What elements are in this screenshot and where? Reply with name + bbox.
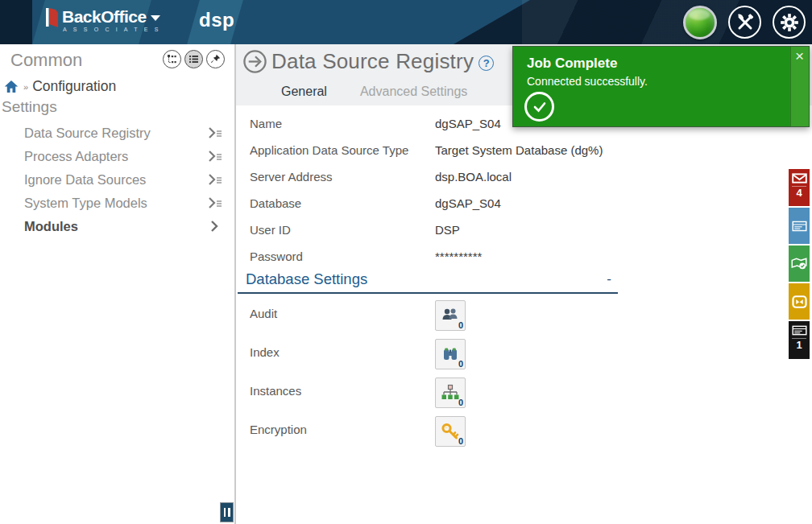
sidebar-item-modules[interactable]: Modules: [0, 215, 234, 238]
mail-badge: 4: [796, 187, 802, 200]
field-name-value[interactable]: dgSAP_S04: [435, 117, 501, 130]
list-view-icon[interactable]: [184, 50, 203, 68]
form-fields: Name dgSAP_S04 Application Data Source T…: [236, 110, 623, 270]
help-icon[interactable]: ?: [478, 56, 494, 71]
field-password: Password **********: [236, 243, 623, 270]
sidebar-item-process-adapters[interactable]: Process Adapters: [0, 145, 234, 168]
card-icon: [792, 325, 807, 336]
red-flag-logo-icon: [45, 7, 59, 29]
tab-advanced-settings[interactable]: Advanced Settings: [358, 82, 469, 101]
pin-icon[interactable]: [206, 50, 225, 68]
top-bar: BackOffice A S S O C I A T E S dsp: [0, 0, 812, 44]
sidebar-item-ignore-data-sources[interactable]: Ignore Data Sources: [0, 168, 234, 192]
database-settings-section-header: Database Settings -: [238, 270, 618, 294]
tab-general[interactable]: General: [280, 82, 329, 101]
green-dock-tile[interactable]: [789, 245, 810, 282]
tree-view-icon[interactable]: [163, 50, 181, 68]
chevron-list-icon[interactable]: [208, 196, 223, 209]
encryption-count: 0: [458, 436, 463, 446]
job-complete-toast: Job Complete Connected successfully. ×: [512, 46, 810, 127]
field-database-value[interactable]: dgSAP_S04: [435, 196, 501, 210]
chevron-list-icon[interactable]: [208, 150, 223, 163]
black-tile-badge: 1: [796, 339, 802, 352]
sidebar: Common: [0, 44, 234, 524]
tab-bar: General Advanced Settings: [280, 82, 469, 101]
row-encryption: Encryption 0: [236, 416, 623, 455]
row-instances: Instances 0: [236, 378, 623, 416]
settings-button[interactable]: [773, 6, 806, 39]
people-group-icon: [441, 307, 460, 324]
field-application-data-source-type: Application Data Source Type Target Syst…: [236, 137, 623, 163]
row-audit: Audit 0: [236, 300, 623, 339]
tools-button[interactable]: [728, 6, 761, 39]
tools-icon: [735, 13, 755, 32]
card-icon: [792, 221, 807, 232]
breadcrumb-separator: »: [23, 82, 28, 92]
field-user-id: User ID DSP: [236, 217, 623, 243]
audit-count: 0: [458, 320, 463, 330]
sidebar-item-data-source-registry[interactable]: Data Source Registry: [0, 122, 234, 145]
chevron-list-icon[interactable]: [208, 126, 223, 139]
row-index: Index 0: [236, 339, 623, 378]
field-user-id-value[interactable]: DSP: [435, 223, 460, 237]
section-collapse-button[interactable]: -: [607, 272, 611, 286]
frame-icon: [792, 295, 807, 308]
envelope-icon: [792, 173, 807, 184]
index-button[interactable]: 0: [435, 339, 466, 369]
home-icon[interactable]: [4, 80, 19, 93]
toast-message: Connected successfully.: [527, 75, 648, 88]
toast-close-icon[interactable]: ×: [792, 49, 807, 64]
field-server-address: Server Address dsp.BOA.local: [236, 163, 623, 190]
chevron-icon[interactable]: [208, 220, 223, 233]
collapse-left-panel-button[interactable]: [220, 502, 234, 522]
sidebar-title: Common: [10, 50, 82, 71]
field-app-ds-type-value[interactable]: Target System Database (dg%): [435, 143, 603, 157]
sidebar-group-settings[interactable]: Settings: [2, 98, 57, 116]
brand-caret-icon[interactable]: [151, 15, 160, 21]
mail-dock-tile[interactable]: 4: [789, 169, 810, 206]
breadcrumb-current[interactable]: Configuration: [32, 78, 116, 95]
binoculars-icon: [441, 345, 460, 363]
gear-icon: [779, 12, 800, 33]
check-circle-icon: [524, 92, 554, 122]
chevron-list-icon[interactable]: [208, 173, 223, 186]
field-server-address-value[interactable]: dsp.BOA.local: [435, 170, 512, 184]
right-dock: 4: [789, 169, 810, 359]
black-dock-tile[interactable]: 1: [789, 321, 810, 359]
dsp-application-window: BackOffice A S S O C I A T E S dsp: [0, 0, 812, 524]
orange-dock-tile[interactable]: [789, 283, 810, 320]
brand-subtitle: A S S O C I A T E S: [63, 27, 161, 32]
blue-dock-tile[interactable]: [789, 208, 810, 244]
field-password-value[interactable]: **********: [435, 250, 482, 263]
toast-title: Job Complete: [527, 56, 617, 72]
key-icon: [441, 423, 460, 441]
hierarchy-icon: [441, 384, 460, 402]
backoffice-logo[interactable]: BackOffice A S S O C I A T E S: [45, 7, 161, 32]
audit-button[interactable]: 0: [435, 300, 466, 331]
page-title: Data Source Registry: [271, 49, 474, 74]
encryption-button[interactable]: 0: [435, 416, 466, 447]
breadcrumb: » Configuration: [4, 78, 116, 95]
map-check-icon: [791, 258, 807, 270]
arrow-circle-icon[interactable]: [242, 49, 267, 74]
status-sphere-icon[interactable]: [683, 6, 717, 39]
section-title: Database Settings: [246, 270, 367, 288]
instances-count: 0: [458, 398, 463, 407]
instances-button[interactable]: 0: [435, 378, 466, 408]
brand-name: BackOffice: [62, 7, 147, 26]
database-settings-rows: Audit 0 Index: [236, 300, 623, 455]
field-database: Database dgSAP_S04: [236, 190, 623, 217]
dsp-product-logo[interactable]: dsp: [199, 9, 234, 31]
sidebar-item-system-type-models[interactable]: System Type Models: [0, 192, 234, 215]
index-count: 0: [458, 359, 463, 369]
